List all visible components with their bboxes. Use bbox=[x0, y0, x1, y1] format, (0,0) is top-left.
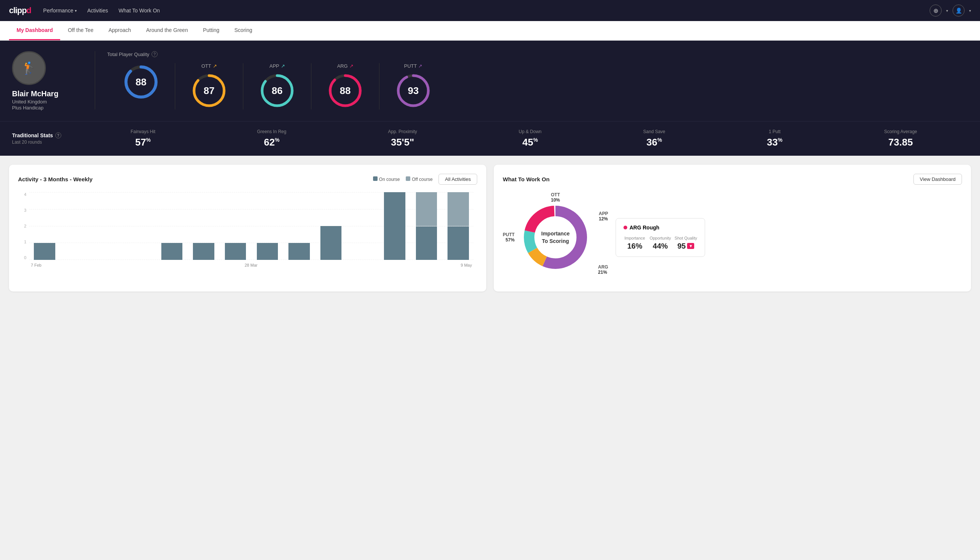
avatar: 🏌️ bbox=[12, 51, 46, 85]
all-activities-button[interactable]: All Activities bbox=[438, 174, 477, 185]
stat-fairways-hit: Fairways Hit 57% bbox=[130, 129, 155, 148]
donut-chart-wrap: Importance To Scoring OTT 10% APP 12% AR… bbox=[503, 192, 608, 282]
info-dot bbox=[624, 226, 627, 229]
bar-on bbox=[416, 227, 437, 260]
work-card: What To Work On View Dashboard bbox=[494, 165, 971, 292]
activity-card-title: Activity - 3 Months - Weekly bbox=[18, 176, 93, 182]
donut-label-arg: ARG 21% bbox=[598, 264, 608, 275]
bar-group bbox=[61, 192, 92, 260]
score-putt: PUTT ↗ 93 bbox=[379, 63, 447, 110]
score-app-value: 86 bbox=[272, 85, 283, 97]
bar-group bbox=[188, 192, 219, 260]
info-card: ARG Rough Importance 16% Opportunity 44%… bbox=[616, 218, 705, 257]
chart-legend: On course Off course bbox=[373, 177, 433, 182]
nav-right: ⊕ ▾ 👤 ▾ bbox=[930, 5, 971, 17]
view-dashboard-button[interactable]: View Dashboard bbox=[913, 174, 962, 185]
bar-on bbox=[257, 243, 278, 260]
info-col-importance: Importance 16% bbox=[624, 236, 646, 250]
bottom-section: Activity - 3 Months - Weekly On course O… bbox=[0, 156, 980, 300]
work-card-header: What To Work On View Dashboard bbox=[503, 174, 962, 185]
bar-on bbox=[161, 243, 182, 260]
chevron-down-icon-add: ▾ bbox=[946, 8, 948, 13]
score-putt-value: 93 bbox=[408, 85, 419, 97]
stat-1-putt: 1 Putt 33% bbox=[767, 129, 782, 148]
info-card-title: ARG Rough bbox=[624, 225, 697, 230]
ring-overall: 88 bbox=[122, 63, 160, 101]
svg-text:Importance: Importance bbox=[541, 230, 570, 237]
score-overall-value: 88 bbox=[136, 77, 146, 88]
add-button[interactable]: ⊕ bbox=[930, 5, 942, 17]
bar-on bbox=[384, 192, 405, 260]
y-axis-labels: 0 1 2 3 4 bbox=[22, 192, 29, 267]
donut-label-putt: PUTT 57% bbox=[503, 232, 516, 243]
trad-label-title: Traditional Stats ? bbox=[12, 132, 80, 138]
trad-stats-grid: Fairways Hit 57% Greens In Reg 62% App. … bbox=[80, 129, 968, 148]
tabs-bar: My Dashboard Off the Tee Approach Around… bbox=[0, 21, 980, 41]
score-arg-label: ARG ↗ bbox=[337, 63, 353, 69]
bar-off bbox=[416, 192, 437, 226]
bar-on bbox=[34, 243, 55, 260]
tab-off-the-tee[interactable]: Off the Tee bbox=[60, 21, 101, 40]
score-ott-label: OTT ↗ bbox=[201, 63, 217, 69]
bar-group bbox=[284, 192, 314, 260]
logo[interactable]: clippd bbox=[9, 6, 31, 15]
work-content: Importance To Scoring OTT 10% APP 12% AR… bbox=[503, 192, 962, 282]
chevron-down-icon-user: ▾ bbox=[969, 8, 971, 13]
bar-group bbox=[379, 192, 410, 260]
trad-label: Traditional Stats ? Last 20 rounds bbox=[12, 132, 80, 145]
bar-group bbox=[443, 192, 473, 260]
trad-label-sub: Last 20 rounds bbox=[12, 140, 80, 145]
scores-label: Total Player Quality ? bbox=[107, 51, 968, 57]
bar-off bbox=[448, 192, 469, 226]
tab-approach[interactable]: Approach bbox=[101, 21, 138, 40]
bar-group bbox=[411, 192, 442, 260]
ring-putt: 93 bbox=[394, 72, 432, 110]
scores-grid: 88 OTT ↗ 87 bbox=[107, 63, 968, 110]
activity-card-header: Activity - 3 Months - Weekly On course O… bbox=[18, 174, 477, 185]
score-putt-label: PUTT ↗ bbox=[404, 63, 423, 69]
stat-up-and-down: Up & Down 45% bbox=[519, 129, 542, 148]
bar-group bbox=[252, 192, 283, 260]
stat-sand-save: Sand Save 36% bbox=[643, 129, 665, 148]
score-overall: 88 bbox=[107, 63, 175, 110]
tab-putting[interactable]: Putting bbox=[196, 21, 227, 40]
bar-group bbox=[29, 192, 60, 260]
top-navigation: clippd Performance ▾ Activities What To … bbox=[0, 0, 980, 21]
down-badge: ▼ bbox=[687, 243, 694, 249]
logo-text: clipp bbox=[9, 6, 26, 15]
ring-arg: 88 bbox=[326, 72, 364, 110]
player-handicap: Plus Handicap bbox=[12, 105, 43, 110]
user-button[interactable]: 👤 bbox=[953, 5, 965, 17]
arrow-up-icon: ↗ bbox=[349, 63, 353, 69]
nav-performance[interactable]: Performance ▾ bbox=[43, 8, 77, 13]
arrow-up-icon: ↗ bbox=[281, 63, 285, 69]
nav-activities[interactable]: Activities bbox=[87, 8, 108, 13]
chevron-down-icon: ▾ bbox=[75, 8, 77, 13]
tab-my-dashboard[interactable]: My Dashboard bbox=[9, 21, 60, 40]
nav-links: Performance ▾ Activities What To Work On bbox=[43, 8, 918, 13]
bar-on bbox=[288, 243, 309, 260]
traditional-stats-section: Traditional Stats ? Last 20 rounds Fairw… bbox=[0, 121, 980, 156]
nav-what-to-work-on[interactable]: What To Work On bbox=[118, 8, 160, 13]
ring-app: 86 bbox=[258, 72, 296, 110]
score-ott-value: 87 bbox=[204, 85, 215, 97]
hero-section: 🏌️ Blair McHarg United Kingdom Plus Hand… bbox=[0, 41, 980, 121]
work-card-title: What To Work On bbox=[503, 176, 549, 182]
bar-group bbox=[316, 192, 346, 260]
arrow-up-icon: ↗ bbox=[213, 63, 217, 69]
ring-ott: 87 bbox=[190, 72, 228, 110]
info-col-shot-quality: Shot Quality 95 ▼ bbox=[675, 236, 697, 250]
stat-scoring-avg: Scoring Average 73.85 bbox=[884, 129, 917, 148]
bar-group bbox=[157, 192, 187, 260]
chart-area: 0 1 2 3 4 bbox=[18, 192, 477, 267]
help-icon[interactable]: ? bbox=[151, 51, 158, 57]
donut-with-labels: Importance To Scoring OTT 10% APP 12% AR… bbox=[503, 192, 608, 282]
score-app: APP ↗ 86 bbox=[243, 63, 311, 110]
scores-section: Total Player Quality ? 88 bbox=[95, 51, 968, 110]
help-icon-trad[interactable]: ? bbox=[55, 132, 61, 138]
bar-group bbox=[220, 192, 251, 260]
bar-group bbox=[348, 192, 378, 260]
tab-scoring[interactable]: Scoring bbox=[227, 21, 260, 40]
player-name: Blair McHarg bbox=[12, 90, 58, 98]
tab-around-the-green[interactable]: Around the Green bbox=[138, 21, 195, 40]
